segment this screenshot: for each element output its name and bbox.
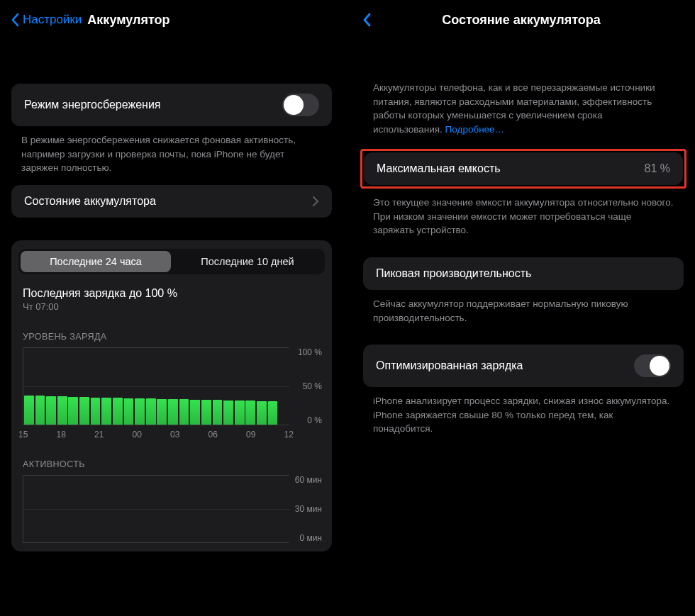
chevron-left-icon [10, 13, 20, 27]
toggle-knob [650, 356, 669, 376]
x-tick: 09 [246, 430, 255, 439]
chart-bar [112, 348, 123, 425]
back-button-right[interactable] [362, 13, 372, 27]
activity-section-title: АКТИВНОСТЬ [23, 459, 321, 469]
chart-bar [23, 348, 35, 425]
intro-body: Аккумуляторы телефона, как и все перезар… [373, 82, 655, 135]
battery-level-y-labels: 100 %50 %0 % [298, 347, 322, 425]
chart-bar [256, 348, 267, 425]
low-power-mode-toggle[interactable] [282, 94, 319, 116]
chart-bar [101, 348, 112, 425]
x-tick: 18 [57, 430, 66, 439]
last-charge-time: Чт 07:00 [23, 301, 321, 312]
y-tick: 100 % [298, 347, 322, 357]
optimized-charging-cell[interactable]: Оптимизированная зарядка [363, 345, 684, 387]
chart-bar [90, 348, 101, 425]
usage-card: Последние 24 часа Последние 10 дней Посл… [11, 240, 332, 551]
segment-24h[interactable]: Последние 24 часа [21, 251, 171, 272]
x-tick: 21 [94, 430, 104, 439]
chart-bar [189, 348, 201, 425]
chart-bar [123, 348, 135, 425]
time-range-segmented[interactable]: Последние 24 часа Последние 10 дней [18, 249, 325, 274]
x-tick: 03 [170, 430, 179, 439]
chart-bar [145, 348, 157, 425]
back-label: Настройки [23, 13, 82, 27]
page-title-right: Состояние аккумулятора [442, 13, 601, 28]
learn-more-link[interactable]: Подробнее… [445, 124, 505, 135]
chart-bar [79, 348, 90, 425]
low-power-mode-label: Режим энергосбережения [24, 99, 161, 111]
chart-bar [267, 348, 279, 425]
battery-intro-text: Аккумуляторы телефона, как и все перезар… [355, 74, 692, 136]
peak-performance-footer: Сейчас аккумулятор поддерживает нормальн… [355, 290, 692, 325]
y-tick: 50 % [303, 381, 322, 391]
battery-health-cell[interactable]: Состояние аккумулятора [11, 185, 332, 218]
chevron-left-icon [362, 13, 372, 27]
peak-performance-cell[interactable]: Пиковая производительность [363, 257, 684, 290]
last-charge-title: Последняя зарядка до 100 % [23, 287, 321, 300]
x-tick: 06 [208, 430, 218, 439]
chevron-right-icon [312, 196, 319, 207]
battery-health-label: Состояние аккумулятора [24, 195, 156, 208]
x-tick: 15 [18, 430, 28, 439]
max-capacity-highlight: Максимальная емкость 81 % [360, 149, 686, 189]
activity-chart-wrap: 60 мин30 мин0 мин [23, 475, 321, 543]
chart-bar [157, 348, 168, 425]
y-tick: 0 мин [299, 533, 322, 543]
chart-bar [234, 348, 245, 425]
chart-bar [223, 348, 234, 425]
chart-bar [278, 348, 289, 425]
chart-bar [57, 348, 68, 425]
optimized-charging-footer: iPhone анализирует процесс зарядки, сниж… [355, 387, 692, 436]
y-tick: 30 мин [295, 504, 322, 514]
navbar-right: Состояние аккумулятора [355, 0, 692, 34]
battery-health-pane: Состояние аккумулятора Аккумуляторы теле… [348, 0, 695, 616]
segment-10d[interactable]: Последние 10 дней [172, 251, 323, 272]
y-tick: 60 мин [295, 475, 322, 485]
activity-chart [23, 475, 289, 543]
battery-level-chart-wrap: 100 %50 %0 % [23, 347, 321, 425]
battery-level-chart [23, 347, 289, 425]
chart-bar [45, 348, 57, 425]
chart-bar [35, 348, 46, 425]
low-power-mode-cell[interactable]: Режим энергосбережения [11, 84, 332, 126]
max-capacity-footer: Это текущее значение емкости аккумулятор… [355, 189, 692, 237]
max-capacity-cell[interactable]: Максимальная емкость 81 % [364, 152, 683, 185]
chart-bar [201, 348, 212, 425]
chart-bar [167, 348, 179, 425]
max-capacity-label: Максимальная емкость [377, 162, 501, 175]
activity-y-labels: 60 мин30 мин0 мин [295, 475, 322, 543]
page-title: Аккумулятор [87, 13, 169, 28]
low-power-mode-footer: В режиме энергосбережения снижается фоно… [3, 126, 340, 175]
chart-bar [212, 348, 223, 425]
chart-bar [245, 348, 257, 425]
chart-bar [134, 348, 145, 425]
battery-level-x-labels: 1518210003060912 [18, 430, 294, 439]
optimized-charging-toggle[interactable] [634, 354, 671, 377]
optimized-charging-label: Оптимизированная зарядка [376, 359, 523, 372]
x-tick: 00 [133, 430, 142, 439]
battery-settings-pane: Настройки Аккумулятор Режим энергосбереж… [0, 0, 348, 616]
peak-performance-label: Пиковая производительность [376, 267, 531, 280]
x-tick: 12 [284, 430, 294, 439]
chart-bar [68, 348, 79, 425]
chart-bar [179, 348, 190, 425]
navbar-left: Настройки Аккумулятор [3, 0, 340, 34]
back-button[interactable]: Настройки [10, 13, 82, 27]
max-capacity-value: 81 % [645, 162, 670, 175]
y-tick: 0 % [307, 415, 322, 425]
toggle-knob [284, 95, 304, 115]
battery-level-section-title: УРОВЕНЬ ЗАРЯДА [23, 332, 321, 342]
